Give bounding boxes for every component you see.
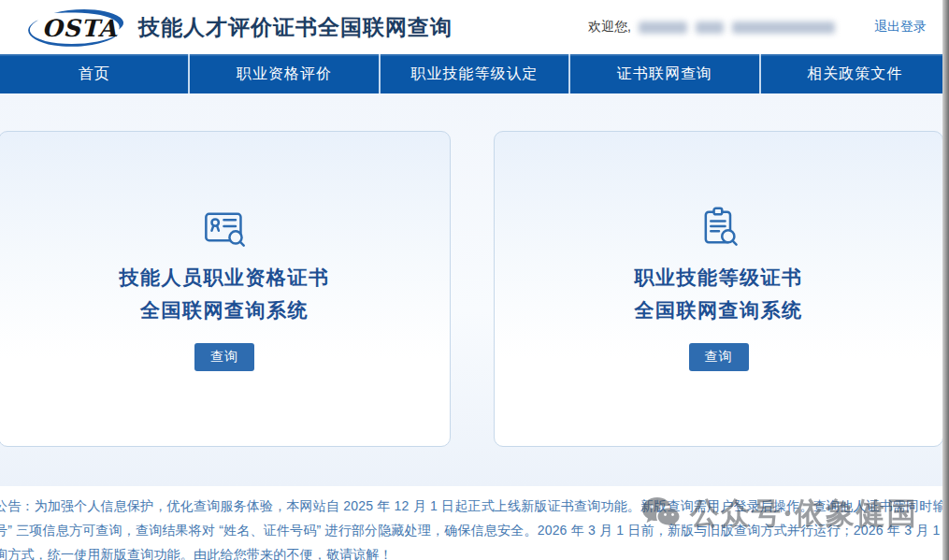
scrollbar[interactable] xyxy=(942,0,949,560)
query-button-skill-level[interactable]: 查询 xyxy=(689,343,749,371)
nav-item-certificate-query[interactable]: 证书联网查询 xyxy=(568,54,758,93)
masked-username-blob xyxy=(696,22,724,34)
main-nav: 首页 职业资格评价 职业技能等级认定 证书联网查询 相关政策文件 xyxy=(0,54,949,93)
card-title-line2: 全国联网查询系统 xyxy=(140,299,309,321)
welcome-text: 欢迎您, xyxy=(588,19,631,36)
card-title-line1: 技能人员职业资格证书 xyxy=(120,266,330,288)
user-area: 欢迎您, 退出登录 xyxy=(588,0,927,54)
header: OSTA 技能人才评价证书全国联网查询 欢迎您, 退出登录 xyxy=(0,0,949,54)
osta-logo-text: OSTA xyxy=(42,14,118,42)
card-occupational-qualification-cert: 技能人员职业资格证书 全国联网查询系统 查询 xyxy=(0,131,451,447)
card-title-line2: 全国联网查询系统 xyxy=(635,299,803,321)
nav-item-occupational-qualification[interactable]: 职业资格评价 xyxy=(188,54,378,93)
main-content: 技能人员职业资格证书 全国联网查询系统 查询 职业技能等级证书 全国联网查询系统… xyxy=(0,93,949,486)
id-badge-search-icon xyxy=(202,207,247,248)
logout-link[interactable]: 退出登录 xyxy=(874,19,927,36)
card-title: 职业技能等级证书 全国联网查询系统 xyxy=(635,261,803,326)
announcement: 公告：为加强个人信息保护，优化查询服务体验，本网站自 2025 年 12 月 1… xyxy=(0,486,949,560)
document-search-icon xyxy=(697,207,741,248)
announcement-line: 询方式，统一使用新版查询功能。由此给您带来的不便，敬请谅解！ xyxy=(0,542,949,560)
announcement-line: 公告：为加强个人信息保护，优化查询服务体验，本网站自 2025 年 12 月 1… xyxy=(0,494,949,518)
nav-item-home[interactable]: 首页 xyxy=(0,54,188,93)
card-title-line1: 职业技能等级证书 xyxy=(635,266,803,288)
masked-username xyxy=(639,22,835,34)
nav-item-policy-files[interactable]: 相关政策文件 xyxy=(759,54,949,93)
card-title: 技能人员职业资格证书 全国联网查询系统 xyxy=(120,261,330,326)
query-button-qualification[interactable]: 查询 xyxy=(194,343,254,371)
masked-username-blob xyxy=(639,22,687,34)
nav-item-skill-level-certification[interactable]: 职业技能等级认定 xyxy=(379,54,568,93)
announcement-line: 号” 三项信息方可查询，查询结果将对 “姓名、证件号码” 进行部分隐藏处理，确保… xyxy=(0,518,949,542)
card-skill-level-cert: 职业技能等级证书 全国联网查询系统 查询 xyxy=(494,131,943,447)
masked-username-blob xyxy=(732,22,835,34)
osta-logo: OSTA xyxy=(24,7,129,47)
site-title: 技能人才评价证书全国联网查询 xyxy=(138,13,453,42)
